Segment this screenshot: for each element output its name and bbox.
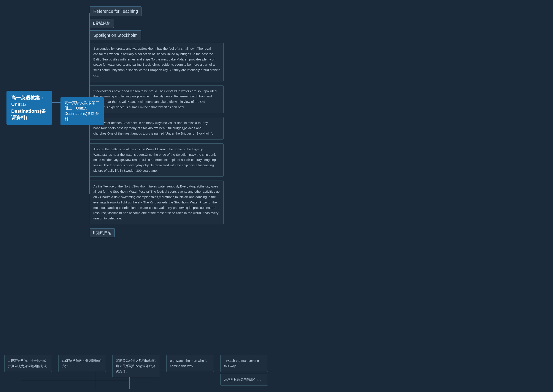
section-i-label: Ⅰ.异域风情: [90, 19, 114, 28]
connector-1: [52, 370, 58, 371]
paragraph-4: Also on the Baltic side of the city,the …: [90, 143, 224, 177]
bottom-card-2: (1)定语从句改为分词短语的方法：: [58, 355, 106, 372]
bottom-card-1: 1.把定语从句、状语从句或并列句改为分词短语的方法: [4, 355, 52, 372]
bottom-card-4: e.g.Watch the man who is coming this way…: [166, 355, 214, 372]
paragraph-3: Since water defines Stockholm in so many…: [90, 117, 224, 140]
top-title: Reference for Teaching: [90, 7, 141, 16]
connector-4: [214, 370, 220, 371]
paragraph-2: Stockholmers have good reason to be prou…: [90, 85, 224, 113]
section-ii-label: Ⅱ.知识归纳: [90, 228, 115, 237]
spotlight-title: Spotlight on Stockholm: [90, 30, 141, 40]
paragraph-5: As the 'Venice of the North',Stockholm t…: [90, 181, 224, 224]
paragraph-1: Surrounded by forests and water,Stockhol…: [90, 43, 224, 81]
branch-node: 高一英语人教版第二册上：Unit15 Destinations(备课资料): [61, 97, 104, 125]
connector-2: [106, 370, 112, 371]
right-panel: Reference for Teaching Ⅰ.异域风情 Spotlight …: [90, 7, 224, 241]
bottom-card-5a: =Watch the man coming this way.: [220, 355, 268, 372]
connector-3: [160, 370, 166, 371]
main-node: 高一英语教案：Unit15 Destinations(备课资料): [7, 91, 52, 125]
bottom-card-3: ①若关系代词之后有be动词,删去关系词和be动词即成分词短语。: [112, 355, 160, 377]
bottom-card-5b: 注意向这边走来的那个人。: [220, 374, 268, 385]
